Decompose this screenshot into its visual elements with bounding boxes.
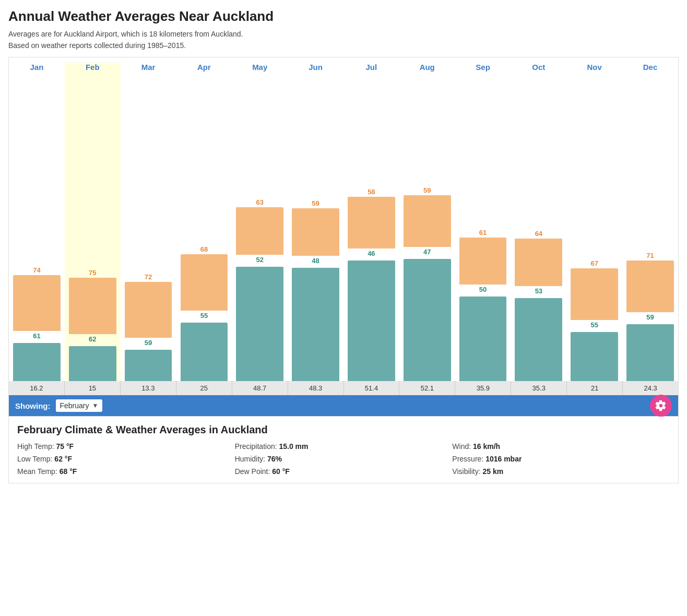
high-temp-label: 58 <box>368 188 375 196</box>
precip-value-feb: 15 <box>65 381 121 395</box>
showing-label: Showing: <box>15 401 51 410</box>
high-temp-label: 63 <box>256 198 263 206</box>
detail-item: Precipitation: 15.0 mm <box>235 442 453 451</box>
bar-container-jun: 5948 <box>288 74 344 381</box>
precip-bar <box>125 350 172 381</box>
high-temp-label: 71 <box>646 252 654 259</box>
precip-bar <box>13 343 61 381</box>
selected-month-text: February <box>60 401 89 410</box>
high-temp-label: 61 <box>479 229 487 236</box>
precip-bar <box>69 346 116 382</box>
detail-grid: High Temp: 75 °FPrecipitation: 15.0 mmWi… <box>17 442 670 476</box>
high-temp-label: 67 <box>590 259 598 267</box>
chart-area: Jan7461Feb7562Mar7259Apr6855May6352Jun59… <box>9 57 678 381</box>
bar-container-sep: 6150 <box>455 74 511 381</box>
month-col-jul[interactable]: Jul5846 <box>344 63 399 381</box>
precip-value-jun: 48.3 <box>288 381 344 395</box>
temp-bar-wrap: 7159 <box>626 252 674 323</box>
high-temp-label: 64 <box>535 230 542 238</box>
temp-bar <box>348 197 395 248</box>
month-label-aug: Aug <box>420 63 435 72</box>
bar-container-apr: 6855 <box>176 74 232 381</box>
month-col-feb[interactable]: Feb7562 <box>65 63 121 381</box>
page-title: Annual Weather Averages Near Auckland <box>8 8 679 25</box>
detail-title: February Climate & Weather Averages in A… <box>17 424 670 436</box>
temp-bar-wrap: 5846 <box>348 188 395 259</box>
precip-value-may: 48.7 <box>232 381 288 395</box>
precip-value-apr: 25 <box>176 381 232 395</box>
month-col-aug[interactable]: Aug5947 <box>399 63 455 381</box>
month-select[interactable]: February ▼ <box>56 399 103 412</box>
bar-container-oct: 6453 <box>511 74 566 381</box>
precip-value-sep: 35.9 <box>455 381 511 395</box>
month-label-feb: Feb <box>86 63 100 72</box>
temp-bar <box>459 238 507 285</box>
month-label-apr: Apr <box>197 63 211 72</box>
month-col-dec[interactable]: Dec7159 <box>622 63 678 381</box>
month-col-apr[interactable]: Apr6855 <box>176 63 232 381</box>
temp-bar <box>13 275 61 331</box>
low-temp-label: 53 <box>535 287 542 295</box>
precip-bar <box>292 268 339 381</box>
month-col-jan[interactable]: Jan7461 <box>9 63 65 381</box>
month-col-may[interactable]: May6352 <box>232 63 288 381</box>
month-label-sep: Sep <box>476 63 490 72</box>
precip-bar <box>181 323 228 382</box>
temp-bar-wrap: 7461 <box>13 266 61 342</box>
temp-bar <box>181 254 228 310</box>
bar-container-feb: 7562 <box>65 74 121 381</box>
month-label-nov: Nov <box>587 63 602 72</box>
detail-item: High Temp: 75 °F <box>17 442 235 451</box>
precip-bar <box>571 332 618 382</box>
subtitle2: Based on weather reports collected durin… <box>8 41 679 50</box>
precip-bar <box>236 267 283 381</box>
detail-item: Pressure: 1016 mbar <box>452 455 670 463</box>
precip-value-jan: 16.2 <box>9 381 65 395</box>
bar-container-may: 6352 <box>232 74 288 381</box>
low-temp-label: 55 <box>200 312 208 319</box>
high-temp-label: 68 <box>200 245 208 253</box>
month-col-jun[interactable]: Jun5948 <box>288 63 344 381</box>
temp-bar <box>236 207 283 255</box>
precip-value-aug: 52.1 <box>399 381 455 395</box>
low-temp-label: 62 <box>89 335 96 343</box>
month-col-nov[interactable]: Nov6755 <box>566 63 622 381</box>
month-label-dec: Dec <box>643 63 658 72</box>
temp-bar-wrap: 5947 <box>404 186 451 258</box>
high-temp-label: 72 <box>145 273 152 281</box>
temp-bar-wrap: 6352 <box>236 198 283 266</box>
detail-item: Wind: 16 km/h <box>452 442 670 451</box>
temp-bar-wrap: 7562 <box>69 269 116 345</box>
bar-container-mar: 7259 <box>121 74 176 381</box>
settings-button[interactable] <box>650 395 672 417</box>
bar-container-jul: 5846 <box>344 74 399 381</box>
temp-bar <box>69 278 116 334</box>
chevron-down-icon: ▼ <box>92 402 99 409</box>
high-temp-label: 59 <box>312 199 319 207</box>
month-col-oct[interactable]: Oct6453 <box>511 63 566 381</box>
month-col-sep[interactable]: Sep6150 <box>455 63 511 381</box>
detail-item: Mean Temp: 68 °F <box>17 467 235 476</box>
temp-bar-wrap: 5948 <box>292 199 339 267</box>
high-temp-label: 59 <box>423 186 431 194</box>
low-temp-label: 55 <box>590 321 598 329</box>
precip-value-dec: 24.3 <box>623 381 678 395</box>
precip-value-oct: 35.3 <box>511 381 567 395</box>
temp-bar-wrap: 6755 <box>571 259 618 331</box>
temp-bar <box>404 195 451 247</box>
precip-bar <box>348 260 395 381</box>
detail-item: Visibility: 25 km <box>452 467 670 476</box>
month-label-mar: Mar <box>141 63 156 72</box>
temp-bar-wrap: 6453 <box>515 230 562 297</box>
temp-bar <box>626 260 674 312</box>
month-col-mar[interactable]: Mar7259 <box>121 63 176 381</box>
precip-bar <box>515 298 562 381</box>
precip-bar <box>404 259 451 381</box>
precip-value-nov: 21 <box>567 381 623 395</box>
precip-value-jul: 51.4 <box>344 381 400 395</box>
month-label-jul: Jul <box>366 63 377 72</box>
detail-section: February Climate & Weather Averages in A… <box>9 416 678 483</box>
low-temp-label: 47 <box>423 248 431 256</box>
bar-container-jan: 7461 <box>9 74 65 381</box>
showing-bar: Showing: February ▼ <box>9 395 678 416</box>
